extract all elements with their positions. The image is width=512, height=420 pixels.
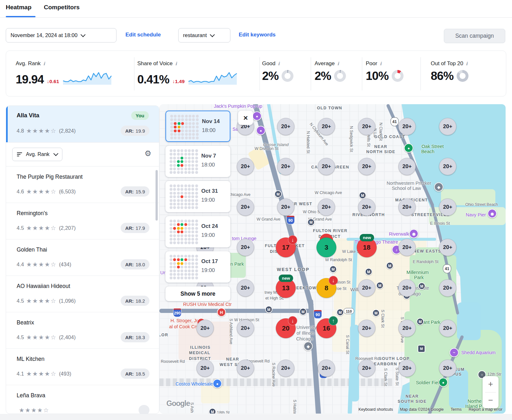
- map-marker-20plus[interactable]: 20+: [398, 279, 416, 297]
- timeline-scan-card[interactable]: Oct 1719:00: [165, 251, 230, 283]
- your-business-card[interactable]: Alla Vita You 4.8 ★★★★☆ (2,824) AR:19.9: [6, 106, 159, 143]
- map-marker-20plus[interactable]: 20+: [237, 279, 254, 297]
- poi-icon[interactable]: ◆: [434, 183, 444, 192]
- competitor-list-item[interactable]: Leña Brava★★★★☆: [6, 385, 159, 414]
- map-marker-20plus[interactable]: 20+: [358, 158, 375, 175]
- poi-icon[interactable]: ●: [252, 112, 262, 121]
- map-marker-20plus[interactable]: 20+: [196, 320, 214, 337]
- map-marker-20plus[interactable]: 20+: [277, 360, 294, 377]
- competitor-list-item[interactable]: ML Kitchen4.1★★★★☆(493)AR:18.5: [6, 349, 159, 385]
- tab-competitors[interactable]: Competitors: [44, 4, 80, 11]
- info-icon[interactable]: i: [43, 61, 45, 66]
- map-marker-20plus[interactable]: 20+: [439, 118, 456, 135]
- terms-link[interactable]: Terms: [451, 407, 461, 412]
- poi-icon[interactable]: ●: [404, 144, 413, 153]
- google-logo[interactable]: Google: [166, 399, 190, 408]
- map-marker-20plus[interactable]: 20+: [318, 360, 335, 377]
- metro-station-icon[interactable]: M: [337, 309, 344, 316]
- map-marker-20plus[interactable]: 20+: [318, 118, 335, 135]
- map-marker-rank-16[interactable]: 16↑: [316, 318, 336, 338]
- competitor-list-item[interactable]: Remington's4.5★★★★☆(2,207)AR:17.9: [6, 203, 159, 239]
- map-marker-20plus[interactable]: 20+: [237, 360, 254, 377]
- metro-station-icon[interactable]: M: [365, 268, 372, 276]
- timeline-scan-card[interactable]: Nov 1418:00: [165, 111, 230, 142]
- competitor-list-item[interactable]: Beatrix4.5★★★★☆(2,404)AR:18.3: [6, 312, 159, 349]
- map-marker-20plus[interactable]: 20+: [358, 360, 375, 377]
- zoom-in-button[interactable]: +: [483, 376, 499, 392]
- map-marker-20plus[interactable]: 20+: [398, 158, 416, 175]
- competitor-list-item[interactable]: Golden Thai4.4★★★★☆(434)AR:18.0: [6, 239, 159, 276]
- list-scrollbar[interactable]: [156, 170, 158, 221]
- map-marker-20plus[interactable]: 20+: [358, 198, 375, 216]
- scan-campaign-button[interactable]: Scan campaign: [444, 29, 505, 43]
- metro-station-icon[interactable]: M: [209, 408, 216, 414]
- map-marker-20plus[interactable]: 20+: [237, 239, 254, 256]
- map-marker-20plus[interactable]: 20+: [439, 360, 456, 377]
- map-marker-20plus[interactable]: 20+: [318, 158, 335, 175]
- poi-icon[interactable]: ◆: [304, 342, 313, 351]
- map-marker-rank-18[interactable]: 18new: [357, 237, 377, 257]
- map-marker-20plus[interactable]: 20+: [439, 158, 456, 175]
- map-marker-rank-20[interactable]: 20↓: [276, 318, 296, 338]
- sort-dropdown[interactable]: Avg. Rank: [12, 148, 62, 161]
- show-more-scans-button[interactable]: Show 5 more: [165, 286, 230, 301]
- close-icon[interactable]: ×: [238, 111, 253, 125]
- map-marker-20plus[interactable]: 20+: [358, 279, 375, 297]
- date-select[interactable]: November 14, 2024 at 18:00: [6, 28, 116, 43]
- map-marker-20plus[interactable]: 20+: [196, 360, 214, 377]
- heatmap-map[interactable]: WICKER PARKOLD TOWNGOLD COASTNEARNORTH S…: [159, 104, 506, 414]
- keyboard-shortcuts-link[interactable]: Keyboard shortcuts: [358, 407, 393, 412]
- metro-station-icon[interactable]: M: [308, 219, 315, 226]
- map-marker-20plus[interactable]: 20+: [398, 198, 416, 216]
- poi-icon[interactable]: ●: [256, 126, 266, 135]
- edit-keywords-link[interactable]: Edit keywords: [239, 32, 276, 38]
- info-icon[interactable]: i: [278, 61, 280, 66]
- map-marker-20plus[interactable]: 20+: [277, 158, 294, 175]
- metro-station-icon[interactable]: M: [275, 191, 282, 198]
- timeline-scan-card[interactable]: Oct 3119:00: [165, 181, 230, 212]
- metro-station-icon[interactable]: M: [330, 266, 337, 273]
- metro-station-icon[interactable]: M: [386, 262, 394, 269]
- map-marker-20plus[interactable]: 20+: [398, 118, 416, 135]
- map-marker-20plus[interactable]: 20+: [398, 320, 416, 337]
- gear-icon[interactable]: ⚙: [144, 150, 151, 157]
- map-marker-20plus[interactable]: 20+: [277, 118, 294, 135]
- poi-icon[interactable]: ◉: [409, 229, 419, 238]
- map-marker-20plus[interactable]: 20+: [398, 239, 416, 256]
- metro-station-icon[interactable]: M: [417, 318, 424, 325]
- info-icon[interactable]: i: [337, 61, 339, 66]
- metro-station-icon[interactable]: M: [376, 282, 384, 289]
- map-marker-rank-8[interactable]: 8↓: [316, 278, 336, 298]
- map-marker-20plus[interactable]: 20+: [439, 239, 456, 256]
- info-icon[interactable]: i: [380, 61, 381, 66]
- poi-icon[interactable]: ◉: [488, 209, 497, 218]
- tab-heatmap[interactable]: Heatmap: [6, 4, 31, 11]
- metro-station-icon[interactable]: M: [418, 283, 426, 290]
- info-icon[interactable]: i: [175, 61, 177, 66]
- poi-icon[interactable]: ●: [213, 379, 222, 388]
- map-marker-rank-17[interactable]: 17↓: [276, 237, 296, 257]
- map-marker-20plus[interactable]: 20+: [277, 198, 294, 216]
- info-icon[interactable]: i: [466, 61, 468, 66]
- poi-icon[interactable]: ●: [439, 378, 448, 387]
- map-marker-20plus[interactable]: 20+: [358, 320, 375, 337]
- map-marker-20plus[interactable]: 20+: [439, 279, 456, 297]
- map-marker-20plus[interactable]: 20+: [439, 320, 456, 337]
- hospital-icon[interactable]: H: [217, 308, 226, 317]
- metra-station-icon[interactable]: M: [418, 345, 425, 353]
- metro-station-icon[interactable]: M: [300, 308, 307, 315]
- zoom-out-button[interactable]: −: [483, 393, 499, 408]
- timeline-scan-card[interactable]: Oct 2419:00: [165, 216, 230, 247]
- map-marker-20plus[interactable]: 20+: [358, 118, 375, 135]
- poi-icon[interactable]: ~: [450, 348, 459, 357]
- timeline-scan-card[interactable]: Nov 718:00: [165, 146, 230, 177]
- competitor-list-item[interactable]: AO Hawaiian Hideout4.5★★★★☆(1,096)AR:18.…: [6, 276, 159, 312]
- map-marker-20plus[interactable]: 20+: [398, 360, 416, 377]
- metro-station-icon[interactable]: M: [372, 309, 380, 317]
- keyword-select[interactable]: restaurant: [178, 28, 230, 43]
- map-marker-rank-13[interactable]: 13new: [276, 278, 296, 298]
- competitor-list-item[interactable]: The Purple Pig Restaurant4.6★★★★☆(6,503)…: [6, 167, 159, 203]
- metro-station-icon[interactable]: M: [359, 192, 366, 199]
- map-marker-20plus[interactable]: 20+: [237, 198, 254, 216]
- map-marker-rank-3[interactable]: 3: [316, 237, 336, 257]
